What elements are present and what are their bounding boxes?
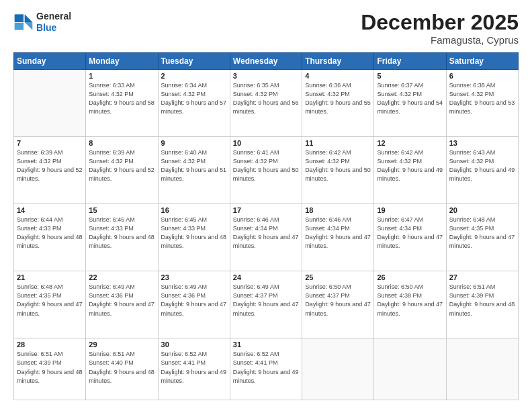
day-info: Sunrise: 6:41 AM Sunset: 4:32 PM Dayligh…	[233, 148, 299, 183]
calendar-day-cell: 3 Sunrise: 6:35 AM Sunset: 4:32 PM Dayli…	[230, 70, 302, 137]
day-info: Sunrise: 6:45 AM Sunset: 4:33 PM Dayligh…	[161, 216, 227, 250]
day-number: 8	[89, 139, 154, 147]
calendar-day-cell: 17 Sunrise: 6:46 AM Sunset: 4:34 PM Dayl…	[230, 204, 302, 271]
day-info: Sunrise: 6:51 AM Sunset: 4:40 PM Dayligh…	[89, 350, 154, 385]
day-number: 6	[449, 72, 515, 80]
calendar-day-cell: 16 Sunrise: 6:45 AM Sunset: 4:33 PM Dayl…	[158, 204, 230, 271]
day-number: 14	[17, 206, 83, 214]
calendar-day-cell: 27 Sunrise: 6:51 AM Sunset: 4:39 PM Dayl…	[446, 271, 518, 338]
day-info: Sunrise: 6:39 AM Sunset: 4:32 PM Dayligh…	[17, 148, 83, 183]
calendar-day-header: Saturday	[446, 53, 518, 70]
calendar-day-header: Tuesday	[158, 53, 230, 70]
day-info: Sunrise: 6:52 AM Sunset: 4:41 PM Dayligh…	[161, 350, 227, 385]
day-number: 9	[161, 139, 227, 147]
calendar-week-row: 28 Sunrise: 6:51 AM Sunset: 4:39 PM Dayl…	[14, 338, 519, 400]
calendar-day-header: Thursday	[302, 53, 374, 70]
calendar-day-cell	[14, 70, 86, 137]
calendar-day-cell: 5 Sunrise: 6:37 AM Sunset: 4:32 PM Dayli…	[374, 70, 446, 137]
calendar-day-cell: 26 Sunrise: 6:50 AM Sunset: 4:38 PM Dayl…	[374, 271, 446, 338]
day-info: Sunrise: 6:42 AM Sunset: 4:32 PM Dayligh…	[305, 148, 371, 183]
day-info: Sunrise: 6:46 AM Sunset: 4:34 PM Dayligh…	[305, 216, 371, 250]
day-number: 20	[449, 206, 515, 214]
day-number: 16	[161, 206, 227, 214]
calendar-day-cell: 9 Sunrise: 6:40 AM Sunset: 4:32 PM Dayli…	[158, 137, 230, 204]
calendar-day-header: Sunday	[14, 53, 86, 70]
calendar-day-header: Monday	[86, 53, 158, 70]
calendar-day-cell: 23 Sunrise: 6:49 AM Sunset: 4:36 PM Dayl…	[158, 271, 230, 338]
calendar-day-cell: 2 Sunrise: 6:34 AM Sunset: 4:32 PM Dayli…	[158, 70, 230, 137]
logo-general-text: General	[36, 11, 71, 22]
day-info: Sunrise: 6:48 AM Sunset: 4:35 PM Dayligh…	[17, 283, 83, 318]
day-number: 29	[89, 340, 154, 349]
calendar-day-cell: 28 Sunrise: 6:51 AM Sunset: 4:39 PM Dayl…	[14, 338, 86, 400]
calendar-day-cell: 19 Sunrise: 6:47 AM Sunset: 4:34 PM Dayl…	[374, 204, 446, 271]
calendar-week-row: 14 Sunrise: 6:44 AM Sunset: 4:33 PM Dayl…	[14, 204, 519, 271]
calendar-day-cell: 30 Sunrise: 6:52 AM Sunset: 4:41 PM Dayl…	[158, 338, 230, 400]
calendar-day-cell: 1 Sunrise: 6:33 AM Sunset: 4:32 PM Dayli…	[86, 70, 158, 137]
page: General Blue December 2025 Famagusta, Cy…	[0, 0, 532, 411]
day-number: 31	[233, 340, 299, 349]
day-number: 28	[17, 340, 83, 349]
calendar-day-cell: 6 Sunrise: 6:38 AM Sunset: 4:32 PM Dayli…	[446, 70, 518, 137]
calendar-day-cell: 10 Sunrise: 6:41 AM Sunset: 4:32 PM Dayl…	[230, 137, 302, 204]
day-info: Sunrise: 6:49 AM Sunset: 4:36 PM Dayligh…	[89, 283, 154, 318]
day-number: 22	[89, 273, 154, 281]
calendar-day-cell: 18 Sunrise: 6:46 AM Sunset: 4:34 PM Dayl…	[302, 204, 374, 271]
calendar-day-cell: 7 Sunrise: 6:39 AM Sunset: 4:32 PM Dayli…	[14, 137, 86, 204]
day-number: 18	[305, 206, 371, 214]
day-number: 21	[17, 273, 83, 281]
calendar-day-cell: 22 Sunrise: 6:49 AM Sunset: 4:36 PM Dayl…	[86, 271, 158, 338]
day-number: 23	[161, 273, 227, 281]
calendar-day-cell	[302, 338, 374, 400]
calendar-day-cell: 29 Sunrise: 6:51 AM Sunset: 4:40 PM Dayl…	[86, 338, 158, 400]
day-number: 13	[449, 139, 515, 147]
day-number: 30	[161, 340, 227, 349]
day-info: Sunrise: 6:51 AM Sunset: 4:39 PM Dayligh…	[449, 283, 515, 318]
month-title: December 2025	[361, 11, 519, 34]
calendar-day-cell	[374, 338, 446, 400]
day-number: 12	[377, 139, 443, 147]
day-info: Sunrise: 6:34 AM Sunset: 4:32 PM Dayligh…	[161, 81, 227, 116]
calendar-week-row: 7 Sunrise: 6:39 AM Sunset: 4:32 PM Dayli…	[14, 137, 519, 204]
location: Famagusta, Cyprus	[361, 34, 519, 46]
day-number: 1	[89, 72, 154, 80]
day-info: Sunrise: 6:38 AM Sunset: 4:32 PM Dayligh…	[449, 81, 515, 116]
day-info: Sunrise: 6:37 AM Sunset: 4:32 PM Dayligh…	[377, 81, 443, 116]
day-info: Sunrise: 6:44 AM Sunset: 4:33 PM Dayligh…	[17, 216, 83, 250]
logo-blue-text: Blue	[36, 22, 71, 34]
calendar-day-cell: 31 Sunrise: 6:52 AM Sunset: 4:41 PM Dayl…	[230, 338, 302, 400]
day-info: Sunrise: 6:47 AM Sunset: 4:34 PM Dayligh…	[377, 216, 443, 250]
calendar-day-cell	[446, 338, 518, 400]
svg-rect-4	[15, 23, 24, 30]
day-info: Sunrise: 6:49 AM Sunset: 4:37 PM Dayligh…	[233, 283, 299, 318]
calendar-week-row: 21 Sunrise: 6:48 AM Sunset: 4:35 PM Dayl…	[14, 271, 519, 338]
calendar-day-header: Friday	[374, 53, 446, 70]
day-info: Sunrise: 6:35 AM Sunset: 4:32 PM Dayligh…	[233, 81, 299, 116]
day-info: Sunrise: 6:50 AM Sunset: 4:37 PM Dayligh…	[305, 283, 371, 318]
day-number: 15	[89, 206, 154, 214]
day-number: 2	[161, 72, 227, 80]
day-number: 27	[449, 273, 515, 281]
day-info: Sunrise: 6:43 AM Sunset: 4:32 PM Dayligh…	[449, 148, 515, 183]
calendar-day-cell: 12 Sunrise: 6:42 AM Sunset: 4:32 PM Dayl…	[374, 137, 446, 204]
day-number: 25	[305, 273, 371, 281]
logo-icon	[13, 12, 34, 32]
title-block: December 2025 Famagusta, Cyprus	[361, 11, 519, 46]
calendar-day-cell: 4 Sunrise: 6:36 AM Sunset: 4:32 PM Dayli…	[302, 70, 374, 137]
calendar-day-cell: 13 Sunrise: 6:43 AM Sunset: 4:32 PM Dayl…	[446, 137, 518, 204]
calendar-header-row: SundayMondayTuesdayWednesdayThursdayFrid…	[14, 53, 519, 70]
day-number: 17	[233, 206, 299, 214]
day-info: Sunrise: 6:42 AM Sunset: 4:32 PM Dayligh…	[377, 148, 443, 183]
day-info: Sunrise: 6:33 AM Sunset: 4:32 PM Dayligh…	[89, 81, 154, 116]
day-number: 7	[17, 139, 83, 147]
calendar-day-cell: 8 Sunrise: 6:39 AM Sunset: 4:32 PM Dayli…	[86, 137, 158, 204]
day-info: Sunrise: 6:46 AM Sunset: 4:34 PM Dayligh…	[233, 216, 299, 250]
calendar-day-cell: 14 Sunrise: 6:44 AM Sunset: 4:33 PM Dayl…	[14, 204, 86, 271]
day-number: 11	[305, 139, 371, 147]
day-info: Sunrise: 6:49 AM Sunset: 4:36 PM Dayligh…	[161, 283, 227, 318]
logo-text: General Blue	[36, 11, 71, 34]
day-number: 24	[233, 273, 299, 281]
day-number: 10	[233, 139, 299, 147]
day-info: Sunrise: 6:45 AM Sunset: 4:33 PM Dayligh…	[89, 216, 154, 250]
day-number: 26	[377, 273, 443, 281]
